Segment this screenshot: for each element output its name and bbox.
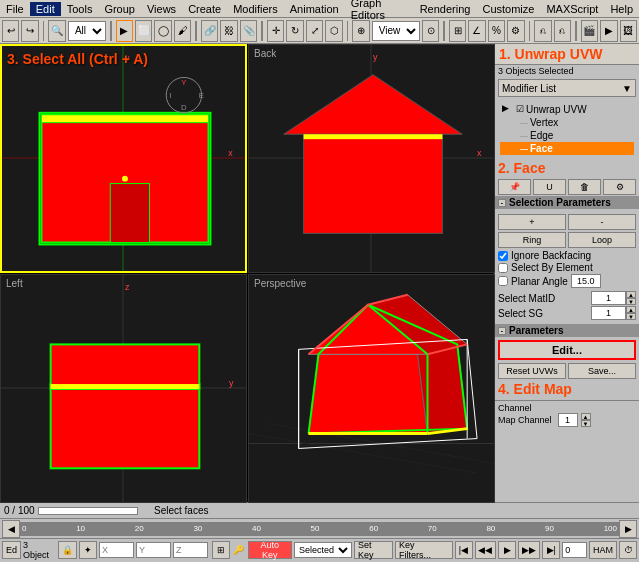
- selection-filter-btn[interactable]: ✦: [79, 541, 97, 559]
- viewport-front[interactable]: 3. Select All (Ctrl + A): [0, 44, 247, 273]
- timeline-next-btn[interactable]: ▶: [619, 520, 637, 538]
- viewport-type-btn[interactable]: Ed: [2, 541, 21, 559]
- ring-btn[interactable]: Ring: [498, 232, 566, 248]
- toolbar-filter-dropdown[interactable]: All: [68, 21, 106, 41]
- sg-spin-down[interactable]: ▼: [626, 313, 636, 320]
- tree-item-vertex[interactable]: — Vertex: [500, 116, 634, 129]
- progress-track: [38, 507, 138, 515]
- grid-btn[interactable]: ⊞: [212, 541, 230, 559]
- menu-customize[interactable]: Customize: [476, 2, 540, 16]
- toolbar-bind[interactable]: 📎: [240, 20, 257, 42]
- toolbar-render[interactable]: ▶: [600, 20, 617, 42]
- add-selection-btn[interactable]: +: [498, 214, 566, 230]
- lock-selection-btn[interactable]: 🔒: [58, 541, 77, 559]
- menu-graph-editors[interactable]: Graph Editors: [345, 0, 414, 22]
- toolbar-link[interactable]: 🔗: [201, 20, 218, 42]
- ignore-backfacing-checkbox[interactable]: [498, 251, 508, 261]
- toolbar-squash[interactable]: ⬡: [325, 20, 342, 42]
- matid-spin-down[interactable]: ▼: [626, 298, 636, 305]
- toolbar-pivot[interactable]: ⊙: [422, 20, 439, 42]
- y-input[interactable]: [136, 542, 171, 558]
- toolbar-undo-scene[interactable]: ⎌: [534, 20, 551, 42]
- planar-angle-checkbox[interactable]: [498, 276, 508, 286]
- toolbar-select[interactable]: ▶: [116, 20, 133, 42]
- menu-views[interactable]: Views: [141, 2, 182, 16]
- frame-input[interactable]: [562, 542, 587, 558]
- x-input[interactable]: [99, 542, 134, 558]
- toolbar-select-filter[interactable]: 🔍: [48, 20, 65, 42]
- next-key-btn[interactable]: ▶▶: [518, 541, 540, 559]
- play-btn[interactable]: ▶: [498, 541, 516, 559]
- prev-frame-btn[interactable]: |◀: [455, 541, 473, 559]
- matid-spin-up[interactable]: ▲: [626, 291, 636, 298]
- selected-dropdown[interactable]: Selected: [294, 542, 352, 558]
- remove-modifier-btn[interactable]: 🗑: [568, 179, 601, 195]
- next-frame-btn[interactable]: ▶|: [542, 541, 560, 559]
- toolbar-unlink[interactable]: ⛓: [220, 20, 237, 42]
- section-collapse-params[interactable]: -: [498, 327, 506, 335]
- menu-help[interactable]: Help: [604, 2, 639, 16]
- toolbar-redo[interactable]: ↪: [21, 20, 38, 42]
- viewport-back[interactable]: Back x y: [248, 44, 495, 273]
- auto-key-btn[interactable]: Auto Key: [248, 541, 292, 559]
- toolbar-view-dropdown[interactable]: View: [372, 21, 420, 41]
- channel-spin-down[interactable]: ▼: [581, 420, 591, 427]
- toolbar-snap-toggle[interactable]: ⊞: [449, 20, 466, 42]
- save-btn[interactable]: Save...: [568, 363, 636, 379]
- select-matid-input[interactable]: [591, 291, 626, 305]
- make-unique-btn[interactable]: U: [533, 179, 566, 195]
- section-collapse-selection[interactable]: -: [498, 199, 506, 207]
- prev-key-btn[interactable]: ◀◀: [475, 541, 497, 559]
- menu-maxscript[interactable]: MAXScript: [540, 2, 604, 16]
- menu-edit[interactable]: Edit: [30, 2, 61, 16]
- tree-item-edge[interactable]: — Edge: [500, 129, 634, 142]
- configure-modifier-btn[interactable]: ⚙: [603, 179, 636, 195]
- menu-file[interactable]: File: [0, 2, 30, 16]
- z-input[interactable]: [173, 542, 208, 558]
- modifier-list-dropdown[interactable]: Modifier List ▼: [498, 79, 636, 97]
- toolbar-undo[interactable]: ↩: [2, 20, 19, 42]
- menu-animation[interactable]: Animation: [284, 2, 345, 16]
- toolbar-render-setup[interactable]: 🎬: [581, 20, 598, 42]
- toolbar-percent-snap[interactable]: %: [488, 20, 505, 42]
- toolbar-snap-options[interactable]: ⚙: [507, 20, 524, 42]
- viewport-perspective[interactable]: Perspective: [248, 274, 495, 503]
- toolbar-rotate[interactable]: ↻: [286, 20, 303, 42]
- toolbar-angle-snap[interactable]: ∠: [468, 20, 485, 42]
- map-channel-input[interactable]: [558, 413, 578, 427]
- toolbar-select-region[interactable]: ⬜: [135, 20, 152, 42]
- select-sg-input[interactable]: [591, 306, 626, 320]
- loop-btn[interactable]: Loop: [568, 232, 636, 248]
- menu-rendering[interactable]: Rendering: [414, 2, 477, 16]
- time-config-btn[interactable]: ⏱: [619, 541, 637, 559]
- select-by-element-checkbox[interactable]: [498, 263, 508, 273]
- toolbar-scale[interactable]: ⤢: [306, 20, 323, 42]
- menu-group[interactable]: Group: [98, 2, 141, 16]
- menu-modifiers[interactable]: Modifiers: [227, 2, 284, 16]
- edit-map-btn[interactable]: Edit...: [498, 340, 636, 360]
- toolbar-lasso[interactable]: ◯: [154, 20, 171, 42]
- pin-stack-btn[interactable]: 📌: [498, 179, 531, 195]
- ham-btn[interactable]: HAM: [589, 541, 617, 559]
- remove-selection-btn[interactable]: -: [568, 214, 636, 230]
- toolbar-ref-coord[interactable]: ⊕: [352, 20, 369, 42]
- menu-create[interactable]: Create: [182, 2, 227, 16]
- toolbar-move[interactable]: ✛: [267, 20, 284, 42]
- viewport-left[interactable]: Left y z: [0, 274, 247, 503]
- menu-tools[interactable]: Tools: [61, 2, 99, 16]
- set-key-btn[interactable]: Set Key: [354, 541, 393, 559]
- channel-spin-up[interactable]: ▲: [581, 413, 591, 420]
- toolbar-redo-scene[interactable]: ⎌: [554, 20, 571, 42]
- key-filters-btn[interactable]: Key Filters...: [395, 541, 452, 559]
- key-icon: 🔑: [232, 543, 246, 557]
- reset-uvws-btn[interactable]: Reset UVWs: [498, 363, 566, 379]
- tree-item-unwrap[interactable]: ▶ ☑ Unwrap UVW: [500, 102, 634, 116]
- toolbar-render-frame[interactable]: 🖼: [620, 20, 637, 42]
- sg-spin-up[interactable]: ▲: [626, 306, 636, 313]
- tree-item-face[interactable]: — Face: [500, 142, 634, 155]
- planar-angle-input[interactable]: [571, 274, 601, 288]
- toolbar-paint[interactable]: 🖌: [174, 20, 191, 42]
- timeline-prev-btn[interactable]: ◀: [2, 520, 20, 538]
- timeline-track[interactable]: 0 10 20 30 40 50 60 70 80 90 100: [20, 522, 619, 536]
- map-channel-row: Map Channel ▲ ▼: [498, 413, 636, 427]
